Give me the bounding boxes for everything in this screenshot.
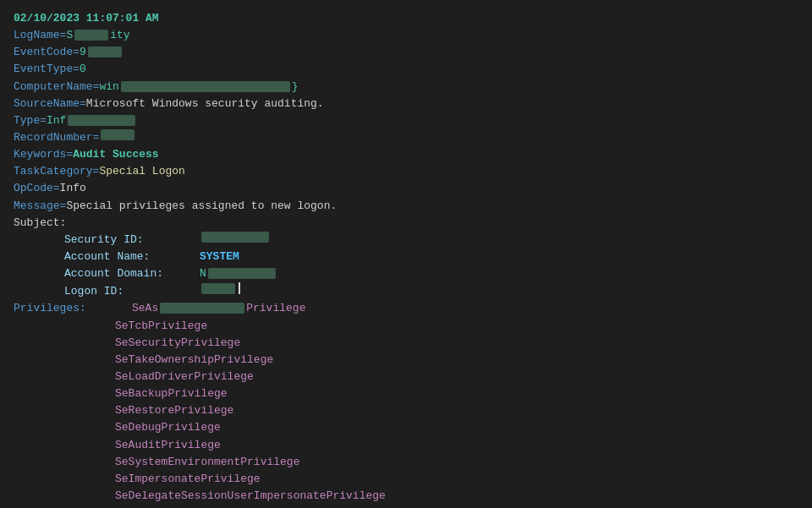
privilege-8: SeAuditPrivilege <box>115 437 221 454</box>
recordnumber-line: RecordNumber= <box>14 129 798 146</box>
opcode-line: OpCode=Info <box>14 180 798 197</box>
privilege-0: SeAs Privilege <box>132 300 305 317</box>
recordnumber-label: RecordNumber= <box>14 129 99 146</box>
taskcategory-value: Special Logon <box>99 163 184 180</box>
type-line: Type=Inf <box>14 112 798 129</box>
logname-label: LogName= <box>14 27 66 44</box>
logon-id-line: Logon ID: <box>14 282 798 300</box>
logname-redacted <box>74 30 108 41</box>
privilege-1-line: SeTcbPrivilege <box>14 318 798 335</box>
opcode-value: Info <box>60 180 86 197</box>
message-label: Message= <box>14 198 66 215</box>
privileges-line: Privileges: SeAs Privilege <box>14 300 798 317</box>
subject-label: Subject: <box>14 215 66 232</box>
privilege-9-line: SeSystemEnvironmentPrivilege <box>14 454 798 471</box>
privilege-9: SeSystemEnvironmentPrivilege <box>115 454 299 471</box>
privilege-3: SeTakeOwnershipPrivilege <box>115 352 273 369</box>
logname-value: S ity <box>66 27 129 44</box>
sourcename-label: SourceName= <box>14 96 86 112</box>
privilege-8-line: SeAuditPrivilege <box>14 437 798 454</box>
eventcode-label: EventCode= <box>14 44 80 61</box>
timestamp: 02/10/2023 11:07:01 AM <box>14 10 159 27</box>
account-domain-line: Account Domain: N <box>14 265 798 282</box>
privilege-4: SeLoadDriverPrivilege <box>115 369 254 385</box>
message-value: Special privileges assigned to new logon… <box>66 198 337 215</box>
keywords-line: Keywords=Audit Success <box>14 146 798 163</box>
keywords-value: Audit Success <box>73 146 158 163</box>
eventtype-value: 0 <box>80 61 86 78</box>
computername-redacted <box>121 81 290 92</box>
logon-id-redacted <box>201 283 235 294</box>
eventtype-line: EventType=0 <box>14 61 798 78</box>
message-line: Message=Special privileges assigned to n… <box>14 198 798 215</box>
account-domain-value: N <box>200 265 277 282</box>
privilege-11: SeDelegateSessionUserImpersonatePrivileg… <box>115 488 386 505</box>
computername-line: ComputerName=win } <box>14 79 798 96</box>
recordnumber-redacted <box>101 129 134 140</box>
privilege-6: SeRestorePrivilege <box>115 402 233 419</box>
security-id-line: Security ID: <box>14 232 798 249</box>
account-domain-redacted <box>208 268 276 279</box>
logon-id-label: Logon ID: <box>64 283 200 300</box>
privilege-5-line: SeBackupPrivilege <box>14 385 798 402</box>
computername-label: ComputerName= <box>14 79 99 96</box>
eventtype-label: EventType= <box>14 61 80 78</box>
eventcode-redacted <box>88 46 122 57</box>
account-name-label: Account Name: <box>64 249 200 265</box>
security-id-redacted <box>201 232 269 243</box>
privilege-3-line: SeTakeOwnershipPrivilege <box>14 352 798 369</box>
privilege-10-line: SeImpersonatePrivilege <box>14 471 798 488</box>
opcode-label: OpCode= <box>14 180 60 197</box>
type-redacted <box>68 115 135 126</box>
account-name-value: SYSTEM <box>200 249 239 265</box>
privilege-2-line: SeSecurityPrivilege <box>14 335 798 352</box>
subject-line: Subject: <box>14 215 798 232</box>
privilege-6-line: SeRestorePrivilege <box>14 402 798 419</box>
keywords-label: Keywords= <box>14 146 73 163</box>
text-cursor <box>239 282 240 294</box>
privilege-1: SeTcbPrivilege <box>115 318 207 335</box>
privilege-0-redacted <box>160 303 244 314</box>
log-container: 02/10/2023 11:07:01 AM LogName=S ity Eve… <box>14 10 798 505</box>
taskcategory-label: TaskCategory= <box>14 163 99 180</box>
privilege-7-line: SeDebugPrivilege <box>14 419 798 436</box>
privilege-5: SeBackupPrivilege <box>115 385 228 402</box>
type-value: Inf <box>47 112 137 129</box>
sourcename-value: Microsoft Windows security auditing. <box>86 96 324 112</box>
privilege-7: SeDebugPrivilege <box>115 419 221 436</box>
eventcode-value: 9 <box>80 44 123 61</box>
privilege-10: SeImpersonatePrivilege <box>115 471 261 488</box>
privilege-2: SeSecurityPrivilege <box>115 335 240 352</box>
taskcategory-line: TaskCategory=Special Logon <box>14 163 798 180</box>
logname-line: LogName=S ity <box>14 27 798 44</box>
sourcename-line: SourceName=Microsoft Windows security au… <box>14 96 798 112</box>
security-id-label: Security ID: <box>64 232 200 249</box>
computername-value: win } <box>99 79 298 96</box>
account-domain-label: Account Domain: <box>64 265 200 282</box>
eventcode-line: EventCode=9 <box>14 44 798 61</box>
privilege-4-line: SeLoadDriverPrivilege <box>14 369 798 385</box>
privilege-11-line: SeDelegateSessionUserImpersonatePrivileg… <box>14 488 798 505</box>
privileges-label: Privileges: <box>14 300 132 317</box>
account-name-line: Account Name: SYSTEM <box>14 249 798 265</box>
timestamp-line: 02/10/2023 11:07:01 AM <box>14 10 798 27</box>
type-label: Type= <box>14 112 47 129</box>
